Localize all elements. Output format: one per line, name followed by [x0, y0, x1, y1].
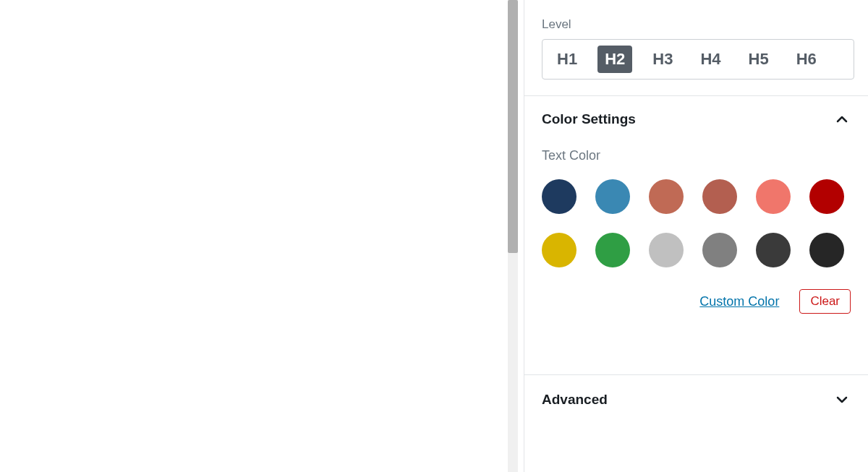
color-swatch-10[interactable] — [756, 233, 791, 267]
clear-button[interactable]: Clear — [799, 289, 851, 314]
color-swatch-5[interactable] — [809, 179, 844, 214]
advanced-title: Advanced — [542, 392, 608, 408]
settings-sidebar: Level H1H2H3H4H5H6 Color Settings Text C… — [524, 0, 868, 472]
color-swatch-11[interactable] — [809, 233, 844, 267]
color-swatch-4[interactable] — [756, 179, 791, 214]
level-label: Level — [542, 17, 851, 32]
color-swatch-6[interactable] — [542, 233, 576, 267]
color-swatch-3[interactable] — [702, 179, 737, 214]
color-actions: Custom Color Clear — [542, 289, 851, 314]
color-swatch-9[interactable] — [702, 233, 737, 267]
editor-canvas — [0, 0, 508, 472]
color-swatch-7[interactable] — [595, 233, 630, 267]
heading-level-h1[interactable]: H1 — [550, 46, 584, 73]
advanced-panel: Advanced — [524, 375, 868, 424]
advanced-toggle[interactable]: Advanced — [524, 375, 868, 424]
heading-level-h2[interactable]: H2 — [597, 46, 632, 73]
text-color-label: Text Color — [542, 148, 851, 163]
heading-level-group: H1H2H3H4H5H6 — [542, 39, 854, 80]
chevron-down-icon — [833, 391, 851, 408]
heading-level-h6[interactable]: H6 — [789, 46, 824, 73]
custom-color-link[interactable]: Custom Color — [699, 294, 779, 309]
color-swatch-1[interactable] — [595, 179, 630, 214]
color-settings-toggle[interactable]: Color Settings — [524, 96, 868, 142]
color-settings-panel: Color Settings Text Color Custom Color C… — [524, 96, 868, 375]
chevron-up-icon — [833, 111, 851, 128]
heading-level-section: Level H1H2H3H4H5H6 — [524, 0, 868, 96]
color-settings-body: Text Color Custom Color Clear — [524, 142, 868, 331]
heading-level-h5[interactable]: H5 — [741, 46, 776, 73]
color-swatch-0[interactable] — [542, 179, 576, 214]
color-swatch-2[interactable] — [649, 179, 684, 214]
heading-level-h3[interactable]: H3 — [645, 46, 680, 73]
color-swatch-grid — [542, 179, 851, 267]
color-settings-title: Color Settings — [542, 111, 636, 127]
heading-level-h4[interactable]: H4 — [693, 46, 728, 73]
scrollbar-thumb[interactable] — [508, 0, 518, 253]
color-swatch-8[interactable] — [649, 233, 684, 267]
